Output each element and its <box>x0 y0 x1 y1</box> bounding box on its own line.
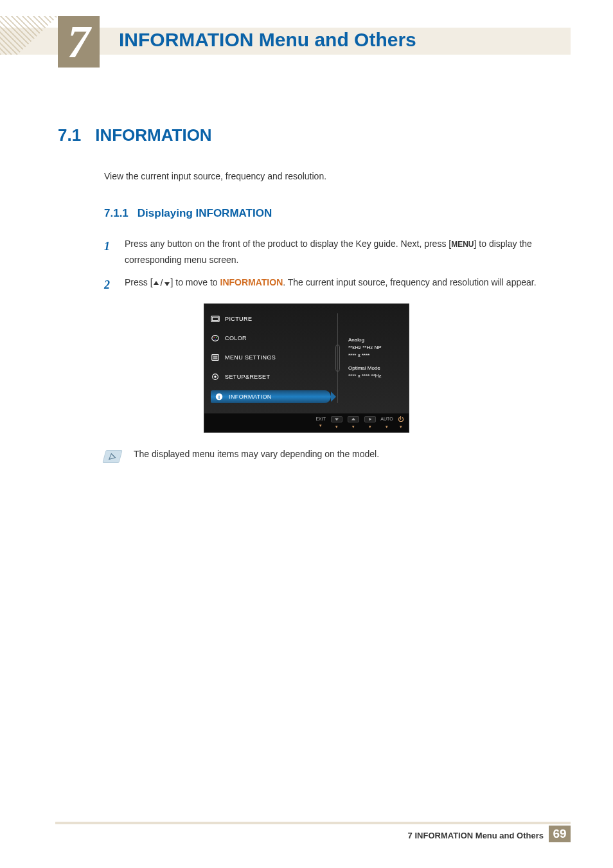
note-icon <box>102 450 122 463</box>
osd-screenshot: PICTURE COLOR MENU SETTINGS SETUP&RESET <box>204 303 409 433</box>
menu-settings-icon <box>211 353 220 362</box>
osd-footer: EXIT▾ ▾ ▾ ▾ AUTO▾ ⏻▾ <box>204 413 409 432</box>
osd-exit-key: EXIT▾ <box>315 417 326 428</box>
step-text: Press any button on the front of the pro… <box>125 236 555 268</box>
color-icon <box>211 334 220 343</box>
osd-key-label: AUTO <box>381 416 393 422</box>
osd-power-key: ⏻▾ <box>398 416 404 429</box>
osd-menu-list: PICTURE COLOR MENU SETTINGS SETUP&RESET <box>211 313 331 403</box>
subsection-title: Displaying INFORMATION <box>138 207 272 220</box>
osd-info-panel: Analog **kHz **Hz NP **** x **** Optimal… <box>344 313 402 403</box>
svg-text:i: i <box>218 393 220 400</box>
step-1: 1 Press any button on the front of the p… <box>104 236 555 268</box>
section-number: 7.1 <box>58 125 81 145</box>
page-number: 69 <box>549 826 571 842</box>
osd-info-line: **** x **** **Hz <box>348 372 402 380</box>
osd-menu-information: i INFORMATION <box>211 390 331 403</box>
subsection-heading: 7.1.1 Displaying INFORMATION <box>104 207 555 220</box>
osd-menu-label: PICTURE <box>225 316 252 322</box>
step-2: 2 Press [ / ] to move to INFORMATION. Th… <box>104 275 555 295</box>
up-down-arrow-icon: / <box>153 275 171 291</box>
note-text: The displayed menu items may vary depend… <box>134 449 379 459</box>
osd-menu-picture: PICTURE <box>211 313 331 325</box>
gear-icon <box>211 372 220 381</box>
menu-key-label: MENU <box>451 240 474 249</box>
chapter-header: 7 INFORMATION Menu and Others <box>0 16 613 68</box>
osd-right-key: ▾ <box>364 416 376 429</box>
step-2-part-b: ] to move to <box>170 277 220 287</box>
osd-down-key: ▾ <box>331 416 342 429</box>
osd-menu-setup-reset: SETUP&RESET <box>211 371 331 383</box>
osd-key-label: EXIT <box>315 417 326 421</box>
osd-menu-settings: MENU SETTINGS <box>211 352 331 363</box>
subsection-number: 7.1.1 <box>104 207 129 220</box>
osd-info-line: Optimal Mode <box>348 365 402 372</box>
section-title: INFORMATION <box>95 125 212 145</box>
step-number: 2 <box>104 275 113 295</box>
step-1-part-a: Press any button on the front of the pro… <box>125 239 451 249</box>
section-heading: 7.1 INFORMATION <box>58 125 555 145</box>
footer-bar <box>55 822 571 824</box>
information-highlight: INFORMATION <box>220 277 283 287</box>
osd-menu-label: INFORMATION <box>229 393 272 400</box>
osd-menu-label: SETUP&RESET <box>225 374 270 380</box>
page-footer: 7 INFORMATION Menu and Others 69 <box>0 822 613 842</box>
osd-menu-label: COLOR <box>225 335 247 341</box>
svg-line-14 <box>111 453 115 457</box>
picture-icon <box>211 314 220 323</box>
step-2-part-c: . The current input source, frequency an… <box>283 277 536 287</box>
svg-point-2 <box>212 335 219 341</box>
svg-point-5 <box>215 339 216 340</box>
osd-info-line: **** x **** <box>348 352 402 359</box>
step-number: 1 <box>104 236 113 268</box>
footer-text: 7 INFORMATION Menu and Others <box>408 831 544 840</box>
osd-up-key: ▾ <box>348 416 359 429</box>
power-icon: ⏻ <box>398 416 404 422</box>
svg-point-11 <box>214 375 217 378</box>
osd-info-line: Analog <box>348 336 402 344</box>
chapter-title: INFORMATION Menu and Others <box>119 29 416 51</box>
osd-divider <box>337 313 338 403</box>
osd-menu-label: MENU SETTINGS <box>225 354 276 361</box>
osd-auto-key: AUTO▾ <box>381 416 393 429</box>
step-2-part-a: Press [ <box>125 277 153 287</box>
svg-rect-1 <box>213 317 218 320</box>
info-icon: i <box>215 392 224 401</box>
svg-point-4 <box>216 337 217 338</box>
chapter-number: 7 <box>58 16 100 68</box>
section-intro: View the current input source, frequency… <box>104 171 555 181</box>
step-text: Press [ / ] to move to INFORMATION. The … <box>125 275 537 295</box>
svg-point-3 <box>213 337 215 338</box>
osd-menu-color: COLOR <box>211 332 331 344</box>
osd-info-line: **kHz **Hz NP <box>348 344 402 352</box>
note: The displayed menu items may vary depend… <box>104 449 555 463</box>
